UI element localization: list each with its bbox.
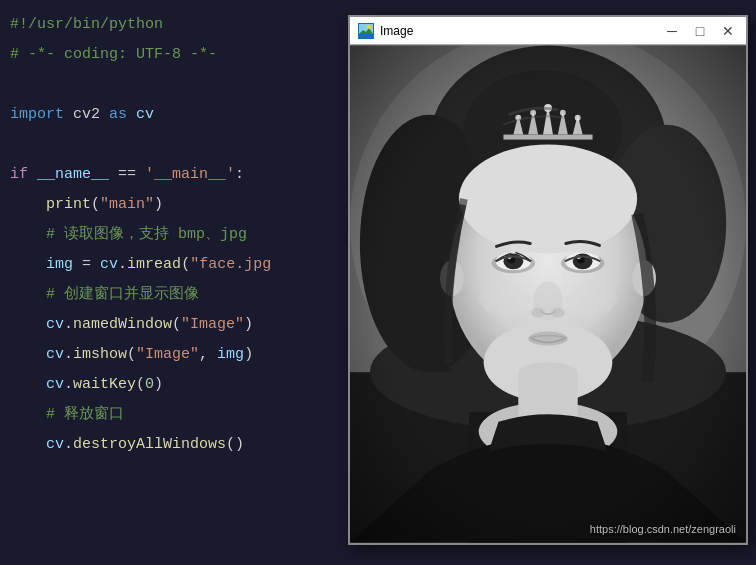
window-app-icon [358, 23, 374, 39]
image-window[interactable]: Image ─ □ ✕ [348, 15, 748, 545]
maximize-button[interactable]: □ [690, 21, 710, 41]
window-image-content: https://blog.csdn.net/zengraoli [350, 45, 746, 543]
svg-point-3 [367, 25, 371, 29]
close-button[interactable]: ✕ [718, 21, 738, 41]
portrait-image [350, 45, 746, 543]
window-title: Image [380, 24, 662, 38]
window-titlebar: Image ─ □ ✕ [350, 17, 746, 45]
watermark: https://blog.csdn.net/zengraoli [590, 523, 736, 535]
svg-rect-48 [350, 46, 746, 543]
window-controls[interactable]: ─ □ ✕ [662, 21, 738, 41]
portrait-container: https://blog.csdn.net/zengraoli [350, 45, 746, 543]
minimize-button[interactable]: ─ [662, 21, 682, 41]
